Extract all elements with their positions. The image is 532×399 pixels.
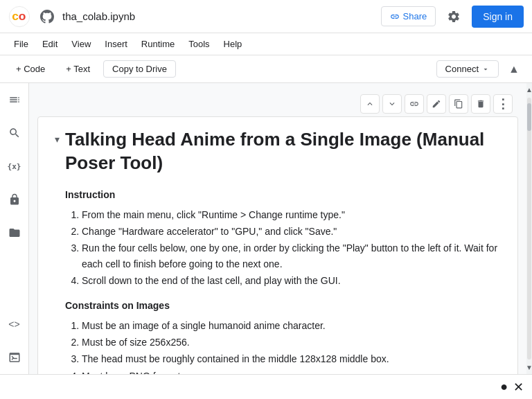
share-button[interactable]: Share bbox=[381, 6, 436, 26]
menu-help[interactable]: Help bbox=[218, 36, 248, 52]
list-item: Must be of size 256x256. bbox=[82, 335, 501, 350]
instruction-list: From the main menu, click "Runtime > Cha… bbox=[65, 207, 501, 289]
table-of-contents-icon[interactable] bbox=[3, 89, 26, 111]
more-options-icon[interactable]: ⋮ bbox=[493, 94, 513, 114]
connect-button[interactable]: Connect bbox=[436, 60, 499, 78]
list-item: Scroll down to the end of the last cell,… bbox=[82, 273, 501, 288]
cell-toolbar: ⋮ bbox=[37, 91, 518, 116]
svg-text:c: c bbox=[12, 9, 19, 23]
list-item: Must be an image of a single humanoid an… bbox=[82, 318, 501, 333]
notebook-title-text: tha_colab.ipynb bbox=[62, 10, 215, 22]
toolbar: + Code + Text Copy to Drive Connect ▲ bbox=[0, 55, 532, 83]
colab-logo: c o bbox=[8, 6, 30, 28]
collapse-toolbar-button[interactable]: ▲ bbox=[504, 60, 524, 79]
menu-tools[interactable]: Tools bbox=[183, 36, 215, 52]
scroll-track[interactable] bbox=[527, 98, 531, 360]
move-up-button[interactable] bbox=[360, 94, 380, 114]
signin-button[interactable]: Sign in bbox=[472, 6, 524, 28]
sidebar: {x} <> bbox=[0, 83, 29, 374]
close-icon[interactable]: ✕ bbox=[513, 380, 524, 395]
copy-to-drive-button[interactable]: Copy to Drive bbox=[103, 60, 176, 78]
search-icon[interactable] bbox=[3, 122, 26, 144]
menubar: File Edit View Insert Runtime Tools Help bbox=[0, 33, 532, 55]
menu-file[interactable]: File bbox=[8, 36, 34, 52]
terminal-icon[interactable] bbox=[3, 346, 26, 369]
link-icon[interactable] bbox=[405, 94, 424, 114]
secrets-icon[interactable] bbox=[3, 188, 26, 211]
cell-content: Talking Head Anime from a Single Image (… bbox=[65, 128, 501, 374]
settings-icon[interactable] bbox=[443, 6, 465, 28]
notebook-heading: Talking Head Anime from a Single Image (… bbox=[65, 128, 501, 175]
scroll-up-arrow[interactable]: ▲ bbox=[526, 83, 532, 96]
scrollbar[interactable]: ▲ ▼ bbox=[526, 83, 532, 374]
topbar: c o tha_colab.ipynb Share Sign in bbox=[0, 0, 532, 33]
scroll-down-arrow[interactable]: ▼ bbox=[526, 361, 532, 374]
cell-header: ▾ Talking Head Anime from a Single Image… bbox=[55, 128, 501, 374]
list-item: The head must be roughly contained in th… bbox=[82, 351, 501, 366]
list-item: From the main menu, click "Runtime > Cha… bbox=[82, 207, 501, 222]
add-text-button[interactable]: + Text bbox=[58, 60, 98, 78]
list-item: Must have PNG format. bbox=[82, 369, 501, 374]
list-item: Change "Hardware accelerator" to "GPU," … bbox=[82, 224, 501, 239]
svg-text:o: o bbox=[19, 9, 26, 23]
menu-view[interactable]: View bbox=[66, 36, 96, 52]
notebook-cell: ▾ Talking Head Anime from a Single Image… bbox=[37, 116, 518, 374]
menu-edit[interactable]: Edit bbox=[37, 36, 63, 52]
content-area[interactable]: ⋮ ▾ Talking Head Anime from a Single Ima… bbox=[29, 83, 526, 374]
main-area: {x} <> bbox=[0, 83, 532, 374]
menu-runtime[interactable]: Runtime bbox=[136, 36, 180, 52]
bottombar: ● ✕ bbox=[0, 374, 532, 399]
files-icon[interactable] bbox=[3, 222, 26, 244]
connect-label: Connect bbox=[445, 64, 479, 74]
constraints-list: Must be an image of a single humanoid an… bbox=[65, 318, 501, 374]
scroll-thumb[interactable] bbox=[527, 103, 531, 131]
collapse-button[interactable]: ▾ bbox=[55, 134, 60, 145]
menu-insert[interactable]: Insert bbox=[99, 36, 133, 52]
share-label: Share bbox=[403, 11, 427, 21]
constraints-title: Constraints on Images bbox=[65, 300, 501, 311]
delete-cell-icon[interactable] bbox=[471, 94, 490, 114]
github-icon bbox=[40, 10, 54, 24]
move-down-button[interactable] bbox=[382, 94, 402, 114]
dot-icon[interactable]: ● bbox=[500, 380, 508, 394]
copy-cell-icon[interactable] bbox=[449, 94, 468, 114]
instruction-title: Instruction bbox=[65, 189, 501, 200]
code-editor-icon[interactable]: <> bbox=[3, 313, 26, 335]
variables-icon[interactable]: {x} bbox=[3, 155, 26, 177]
add-code-button[interactable]: + Code bbox=[8, 60, 53, 78]
edit-icon[interactable] bbox=[427, 94, 446, 114]
list-item: Run the four cells below, one by one, in… bbox=[82, 240, 501, 272]
